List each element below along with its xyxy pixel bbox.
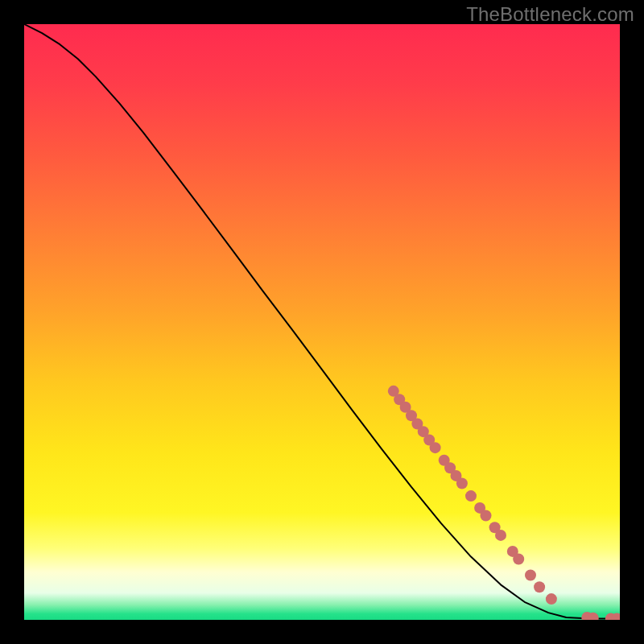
data-point (525, 570, 536, 581)
data-point (513, 554, 524, 565)
data-point (534, 581, 545, 592)
data-point (430, 442, 441, 453)
plot-area (24, 24, 620, 620)
data-point (495, 530, 506, 541)
data-points-layer (24, 24, 620, 620)
data-point (456, 478, 468, 489)
data-point (546, 593, 557, 605)
data-point (481, 510, 492, 522)
watermark-text: TheBottleneck.com (466, 3, 634, 26)
data-point (465, 490, 477, 502)
chart-container: TheBottleneck.com (0, 0, 644, 644)
